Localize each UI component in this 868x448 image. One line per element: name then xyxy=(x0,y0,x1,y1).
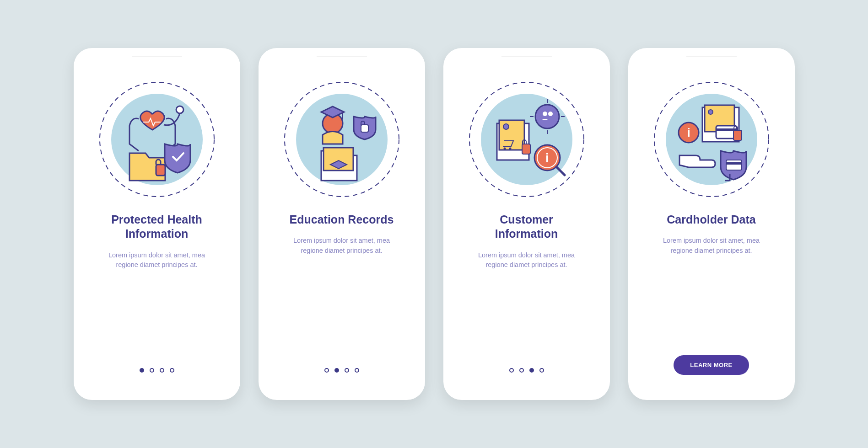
cardholder-data-icon: i xyxy=(652,80,771,199)
card-description: Lorem ipsum dolor sit amet, mea regione … xyxy=(657,236,766,256)
onboarding-card-2: Education Records Lorem ipsum dolor sit … xyxy=(259,48,425,400)
dot-4[interactable] xyxy=(170,368,174,373)
dot-3[interactable] xyxy=(160,368,164,373)
learn-more-button[interactable]: LEARN MORE xyxy=(674,355,749,375)
card-title: Education Records xyxy=(290,213,394,227)
dot-1[interactable] xyxy=(324,368,329,373)
card-title: Customer Information xyxy=(467,213,586,241)
onboarding-card-3: i Customer Information Lorem ipsum dolor… xyxy=(443,48,610,400)
onboarding-phones-row: Protected Health Information Lorem ipsum… xyxy=(74,48,795,400)
dot-2[interactable] xyxy=(519,368,524,373)
health-info-icon xyxy=(97,80,216,199)
svg-text:i: i xyxy=(545,151,549,165)
dot-4[interactable] xyxy=(539,368,544,373)
card-description: Lorem ipsum dolor sit amet, mea regione … xyxy=(472,251,582,271)
dot-1[interactable] xyxy=(140,368,144,373)
svg-point-11 xyxy=(535,105,559,128)
dot-3[interactable] xyxy=(345,368,349,373)
card-description: Lorem ipsum dolor sit amet, mea regione … xyxy=(102,251,212,271)
dot-3[interactable] xyxy=(529,368,534,373)
svg-text:i: i xyxy=(687,126,690,139)
svg-point-29 xyxy=(708,110,713,114)
education-records-icon xyxy=(282,80,401,199)
dot-4[interactable] xyxy=(355,368,359,373)
svg-point-2 xyxy=(176,106,183,113)
card-description: Lorem ipsum dolor sit amet, mea regione … xyxy=(287,236,397,256)
svg-rect-32 xyxy=(733,130,742,140)
dot-2[interactable] xyxy=(334,368,339,373)
svg-rect-7 xyxy=(361,125,368,132)
card-title: Protected Health Information xyxy=(97,213,216,241)
svg-rect-3 xyxy=(156,165,165,176)
svg-point-18 xyxy=(509,148,511,150)
svg-point-17 xyxy=(503,148,506,150)
customer-info-icon: i xyxy=(467,80,586,199)
dot-2[interactable] xyxy=(150,368,154,373)
card-title: Cardholder Data xyxy=(667,213,755,227)
svg-point-12 xyxy=(543,112,547,116)
pagination-dots xyxy=(140,368,174,373)
onboarding-card-1: Protected Health Information Lorem ipsum… xyxy=(74,48,240,400)
pagination-dots xyxy=(324,368,359,373)
onboarding-card-4: i Cardholder Data Lorem ipsum dolor sit … xyxy=(628,48,795,400)
svg-point-13 xyxy=(548,112,553,116)
svg-rect-19 xyxy=(522,144,530,154)
svg-rect-34 xyxy=(726,162,742,165)
svg-point-16 xyxy=(503,124,509,129)
svg-rect-33 xyxy=(726,160,742,170)
dot-1[interactable] xyxy=(509,368,514,373)
pagination-dots xyxy=(509,368,544,373)
